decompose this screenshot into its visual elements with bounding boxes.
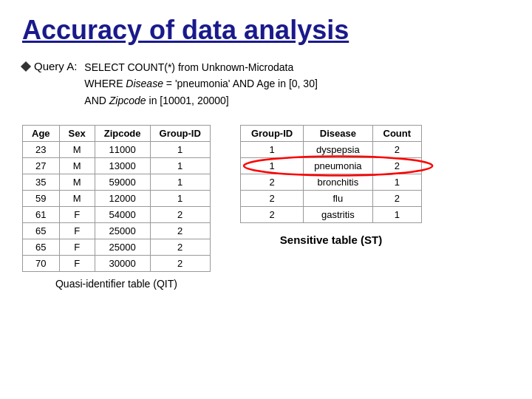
table-row: 61F540002 <box>23 207 211 223</box>
table-row: 1dyspepsia2 <box>240 142 421 158</box>
st-section: Group-ID Disease Count 1dyspepsia21pneum… <box>240 125 422 246</box>
table-row: 23M110001 <box>23 142 211 158</box>
table-row: 2flu2 <box>240 191 421 207</box>
st-label: Sensitive table (ST) <box>240 233 422 246</box>
main-content: Age Sex Zipcode Group-ID 23M11000127M130… <box>22 125 510 290</box>
table-row: 65F250002 <box>23 239 211 256</box>
query-label-text: Query A: <box>34 60 77 72</box>
query-line2: WHERE Disease = 'pneumonia' AND Age in [… <box>84 75 317 92</box>
table-row: 2gastritis1 <box>240 207 421 223</box>
query-text: SELECT COUNT(*) from Unknown-Microdata W… <box>84 59 317 109</box>
qit-label: Quasi-identifier table (QIT) <box>22 278 211 290</box>
query-section: Query A: SELECT COUNT(*) from Unknown-Mi… <box>22 59 510 109</box>
table-row: 59M120001 <box>23 191 211 207</box>
st-header-row: Group-ID Disease Count <box>240 126 421 142</box>
st-col-count: Count <box>372 126 422 142</box>
table-row: 35M590001 <box>23 174 211 191</box>
st-col-disease: Disease <box>304 126 372 142</box>
table-row: 2bronchitis1 <box>240 174 421 191</box>
query-label: Query A: <box>22 60 77 72</box>
qit-col-groupid: Group-ID <box>150 126 210 142</box>
table-row: 1pneumonia2 <box>240 158 421 174</box>
query-line1: SELECT COUNT(*) from Unknown-Microdata <box>84 59 317 75</box>
table-row: 27M130001 <box>23 158 211 174</box>
qit-section: Age Sex Zipcode Group-ID 23M11000127M130… <box>22 125 211 290</box>
qit-col-age: Age <box>23 126 60 142</box>
query-line3: AND Zipcode in [10001, 20000] <box>84 92 317 109</box>
st-col-groupid: Group-ID <box>240 126 303 142</box>
qit-col-zipcode: Zipcode <box>95 126 150 142</box>
qit-col-sex: Sex <box>59 126 95 142</box>
table-row: 65F250002 <box>23 223 211 239</box>
st-table: Group-ID Disease Count 1dyspepsia21pneum… <box>240 125 422 223</box>
qit-header-row: Age Sex Zipcode Group-ID <box>23 126 211 142</box>
qit-table: Age Sex Zipcode Group-ID 23M11000127M130… <box>22 125 211 272</box>
page-title: Accuracy of data analysis <box>22 15 510 46</box>
table-row: 70F300002 <box>23 256 211 272</box>
diamond-icon <box>21 61 31 71</box>
